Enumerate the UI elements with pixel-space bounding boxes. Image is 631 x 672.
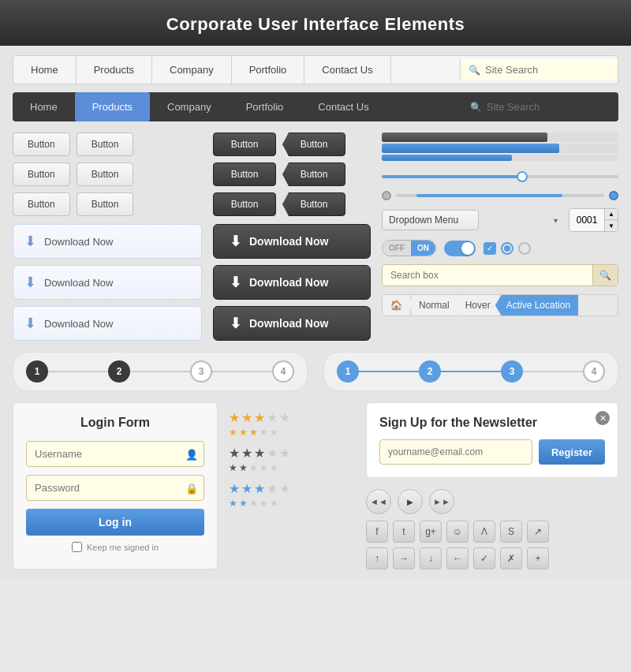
action-up-btn[interactable]: ↑	[366, 547, 388, 569]
star-g2[interactable]: ★	[241, 410, 252, 425]
spinner-input[interactable]	[569, 209, 604, 231]
social-gplus-btn[interactable]: g+	[420, 521, 442, 543]
action-down-btn[interactable]: ↓	[420, 547, 442, 569]
star-b5[interactable]: ★	[279, 446, 290, 461]
sub-star-g1: ★	[229, 427, 237, 438]
media-play-btn[interactable]: ►	[398, 489, 423, 514]
breadcrumb-home[interactable]: 🏠	[383, 295, 411, 315]
nav-light-item-contact[interactable]: Contact Us	[304, 56, 390, 84]
nav-dark-item-products[interactable]: Products	[75, 92, 150, 121]
download-light-btn-2[interactable]: ⬇ Download Now	[13, 265, 202, 300]
dark-btn-3[interactable]: Button	[213, 192, 276, 216]
star-bl5[interactable]: ★	[279, 481, 290, 496]
dropdown-select[interactable]: Dropdown Menu	[382, 210, 479, 230]
step-gray-3[interactable]: 3	[190, 360, 212, 383]
nav-dark-search-input[interactable]	[487, 101, 597, 113]
step-gray-1[interactable]: 1	[26, 360, 48, 383]
nav-light-item-home[interactable]: Home	[13, 56, 77, 84]
star-b2[interactable]: ★	[241, 446, 252, 461]
star-bl2[interactable]: ★	[241, 481, 252, 496]
newsletter-register-btn[interactable]: Register	[539, 439, 605, 465]
step-blue-2[interactable]: 2	[419, 360, 441, 383]
media-next-btn[interactable]: ►►	[429, 489, 454, 514]
plain-btn-2[interactable]: Button	[77, 133, 134, 156]
nav-dark-item-contact[interactable]: Contact Us	[301, 92, 386, 121]
nav-dark-item-company[interactable]: Company	[150, 92, 229, 121]
breadcrumb-normal[interactable]: Normal	[408, 295, 457, 315]
plain-btn-4[interactable]: Button	[77, 162, 134, 186]
step-gray-2[interactable]: 2	[108, 360, 130, 383]
step-gray-4[interactable]: 4	[272, 360, 294, 383]
dark-btn-2[interactable]: Button	[213, 162, 276, 186]
star-b4[interactable]: ★	[267, 446, 278, 461]
star-b1[interactable]: ★	[229, 446, 240, 461]
breadcrumb-active[interactable]: Active Location	[495, 295, 578, 315]
step-blue-1[interactable]: 1	[337, 360, 359, 383]
star-g1[interactable]: ★	[229, 410, 240, 425]
slider-dot-left[interactable]	[382, 191, 391, 200]
keep-signed-checkbox[interactable]	[72, 542, 82, 552]
sub-star-bl4: ★	[259, 498, 268, 509]
nav-dark-item-home[interactable]: Home	[13, 92, 75, 121]
toggle-switch[interactable]	[444, 241, 476, 256]
nav-light-search-input[interactable]	[485, 64, 596, 76]
plain-btn-3[interactable]: Button	[13, 162, 70, 186]
breadcrumb-hover[interactable]: Hover	[454, 295, 498, 315]
action-close-btn[interactable]: ✗	[500, 547, 522, 569]
step-blue-3[interactable]: 3	[501, 360, 523, 383]
dark-arrow-btn-2[interactable]: Button	[282, 162, 345, 186]
progress-bar-thin	[382, 155, 512, 161]
social-lambda-btn[interactable]: Λ	[473, 521, 495, 543]
nav-light-item-products[interactable]: Products	[77, 56, 152, 84]
download-dark-btn-2[interactable]: ⬇ Download Now	[213, 265, 371, 300]
stars-blue-top: ★ ★ ★ ★ ★	[229, 481, 355, 496]
download-dark-btn-3[interactable]: ⬇ Download Now	[213, 306, 371, 341]
star-g4[interactable]: ★	[267, 410, 278, 425]
rating-black-3: ★ ★ ★ ★ ★ ★ ★ ★ ★ ★	[229, 446, 355, 473]
slider-single	[382, 170, 618, 183]
search-box-btn[interactable]: 🔍	[592, 265, 618, 286]
star-bl4[interactable]: ★	[267, 481, 278, 496]
action-check-btn[interactable]: ✓	[473, 547, 495, 569]
nav-dark-item-portfolio[interactable]: Portfolio	[229, 92, 301, 121]
step-blue-4[interactable]: 4	[583, 360, 605, 383]
username-input[interactable]	[26, 441, 204, 467]
checkbox-checked[interactable]: ✓	[484, 242, 496, 255]
social-smiley-btn[interactable]: ☺	[446, 521, 469, 543]
media-prev-btn[interactable]: ◄◄	[366, 489, 391, 514]
login-button[interactable]: Log in	[26, 509, 204, 536]
download-light-btn-3[interactable]: ⬇ Download Now	[13, 306, 202, 341]
social-facebook-btn[interactable]: f	[366, 521, 388, 543]
nav-light-item-portfolio[interactable]: Portfolio	[232, 56, 305, 84]
star-bl3[interactable]: ★	[254, 481, 265, 496]
radio-filled[interactable]	[501, 242, 513, 255]
search-box-input[interactable]	[383, 265, 592, 286]
newsletter-email-input[interactable]	[379, 439, 532, 465]
nav-light-item-company[interactable]: Company	[152, 56, 232, 84]
spinner-down-btn[interactable]: ▼	[604, 220, 618, 231]
download-dark-btn-1[interactable]: ⬇ Download Now	[213, 224, 371, 259]
action-right-btn[interactable]: →	[393, 547, 415, 569]
newsletter-close-btn[interactable]: ✕	[596, 411, 610, 425]
plain-btn-1[interactable]: Button	[13, 133, 70, 156]
plain-btn-5[interactable]: Button	[13, 192, 70, 216]
action-add-btn[interactable]: +	[527, 547, 549, 569]
plain-btn-6[interactable]: Button	[77, 192, 134, 216]
radio-empty[interactable]	[518, 242, 531, 255]
toggle-off-on[interactable]: OFF ON	[382, 240, 436, 256]
dark-arrow-btn-1[interactable]: Button	[282, 133, 345, 156]
download-light-btn-1[interactable]: ⬇ Download Now	[13, 224, 202, 259]
spinner-up-btn[interactable]: ▲	[604, 209, 618, 220]
dark-btn-1[interactable]: Button	[213, 133, 276, 156]
star-b3[interactable]: ★	[254, 446, 265, 461]
action-left-btn[interactable]: ←	[446, 547, 469, 569]
social-twitter-btn[interactable]: t	[393, 521, 415, 543]
social-skype-btn[interactable]: S	[500, 521, 522, 543]
star-bl1[interactable]: ★	[229, 481, 240, 496]
dark-arrow-btn-3[interactable]: Button	[282, 192, 345, 216]
star-g3[interactable]: ★	[254, 410, 265, 425]
star-g5[interactable]: ★	[279, 410, 290, 425]
slider-dot-right[interactable]	[609, 191, 618, 200]
social-share-btn[interactable]: ↗	[527, 521, 549, 543]
password-input[interactable]	[26, 475, 204, 501]
